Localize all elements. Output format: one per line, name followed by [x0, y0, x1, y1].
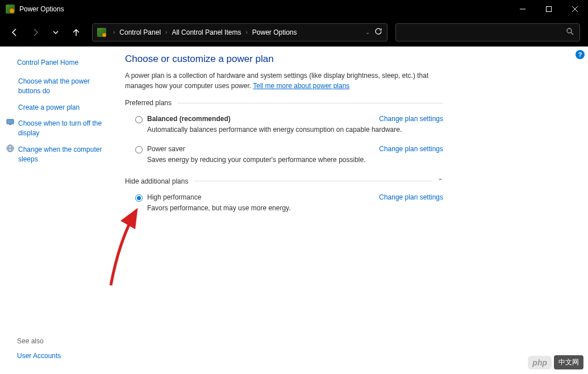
watermark-text: 中文网: [554, 355, 583, 369]
minimize-button[interactable]: [510, 0, 536, 18]
breadcrumb-item[interactable]: All Control Panel Items: [169, 27, 243, 38]
titlebar: Power Options: [0, 0, 588, 18]
page-title: Choose or customize a power plan: [125, 53, 443, 65]
see-also-link[interactable]: User Accounts: [17, 350, 61, 363]
page-description: A power plan is a collection of hardware…: [125, 70, 443, 91]
plan-description: Automatically balances performance with …: [147, 125, 443, 135]
preferred-plans-list: Balanced (recommended) Change plan setti…: [125, 113, 443, 173]
refresh-button[interactable]: [374, 27, 382, 37]
forward-button[interactable]: [26, 23, 44, 41]
address-bar[interactable]: › Control Panel › All Control Panel Item…: [92, 23, 387, 41]
plan-name: Balanced (recommended): [147, 115, 231, 123]
recent-button[interactable]: [47, 23, 65, 41]
svg-rect-0: [547, 7, 552, 12]
plan-name: High performance: [147, 193, 201, 201]
change-plan-settings-link[interactable]: Change plan settings: [379, 145, 443, 153]
additional-plans-list: High performance Change plan settings Fa…: [125, 191, 443, 221]
preferred-plans-header: Preferred plans: [125, 99, 443, 107]
divider: [177, 103, 443, 103]
spacer: [6, 102, 15, 111]
chevron-up-icon[interactable]: ⌃: [437, 177, 443, 185]
display-icon: [6, 118, 15, 127]
window-controls: [510, 0, 588, 18]
sidebar-link[interactable]: Choose when to turn off the display: [16, 117, 114, 140]
chevron-down-icon[interactable]: ⌄: [365, 29, 370, 35]
plan-radio[interactable]: [135, 194, 143, 202]
plan-radio[interactable]: [135, 116, 143, 123]
tell-me-more-link[interactable]: Tell me more about power plans: [253, 82, 349, 90]
maximize-button[interactable]: [536, 0, 562, 18]
power-plan-item: High performance Change plan settings Fa…: [125, 191, 443, 221]
main-panel: Choose or customize a power plan A power…: [119, 47, 460, 374]
sidebar-link[interactable]: Change when the computer sleeps: [16, 143, 114, 166]
plan-description: Saves energy by reducing your computer's…: [147, 155, 443, 165]
svg-rect-3: [9, 124, 11, 125]
address-icon: [97, 28, 106, 37]
see-also-section: See also User Accounts: [17, 337, 61, 363]
content-area: ? Control Panel Home Choose what the pow…: [0, 47, 588, 374]
sidebar-link[interactable]: Create a power plan: [16, 101, 80, 114]
watermark-badge: php: [528, 356, 552, 369]
chevron-right-icon[interactable]: ›: [245, 29, 247, 35]
spacer: [6, 76, 15, 85]
search-icon[interactable]: [566, 27, 574, 38]
navbar: › Control Panel › All Control Panel Item…: [0, 18, 588, 47]
plan-description: Favors performance, but may use more ene…: [147, 203, 443, 213]
additional-plans-header[interactable]: Hide additional plans ⌃: [125, 177, 443, 185]
sidebar: Control Panel Home Choose what the power…: [0, 47, 119, 374]
chevron-right-icon[interactable]: ›: [165, 29, 167, 35]
help-button[interactable]: ?: [576, 50, 585, 59]
control-panel-home-link[interactable]: Control Panel Home: [6, 57, 114, 73]
section-label: Hide additional plans: [125, 177, 188, 185]
svg-rect-2: [7, 119, 14, 124]
change-plan-settings-link[interactable]: Change plan settings: [379, 193, 443, 201]
see-also-heading: See also: [17, 337, 61, 345]
chevron-right-icon[interactable]: ›: [113, 29, 115, 35]
plan-radio[interactable]: [135, 146, 143, 153]
sidebar-link[interactable]: Choose what the power buttons do: [16, 75, 114, 98]
up-button[interactable]: [67, 23, 85, 41]
power-plan-item: Power saver Change plan settings Saves e…: [125, 143, 443, 173]
breadcrumb-item[interactable]: Power Options: [250, 27, 299, 38]
search-box[interactable]: [395, 23, 580, 41]
window-title: Power Options: [19, 5, 510, 13]
back-button[interactable]: [6, 23, 24, 41]
section-label: Preferred plans: [125, 99, 172, 107]
close-button[interactable]: [562, 0, 588, 18]
plan-name: Power saver: [147, 145, 185, 153]
divider: [194, 181, 432, 181]
breadcrumb-item[interactable]: Control Panel: [117, 27, 163, 38]
watermark: php 中文网: [528, 355, 583, 369]
svg-point-1: [567, 28, 572, 33]
app-icon: [6, 5, 15, 14]
search-input[interactable]: [402, 28, 566, 36]
power-plan-item: Balanced (recommended) Change plan setti…: [125, 113, 443, 143]
globe-icon: [6, 144, 15, 153]
change-plan-settings-link[interactable]: Change plan settings: [379, 115, 443, 123]
